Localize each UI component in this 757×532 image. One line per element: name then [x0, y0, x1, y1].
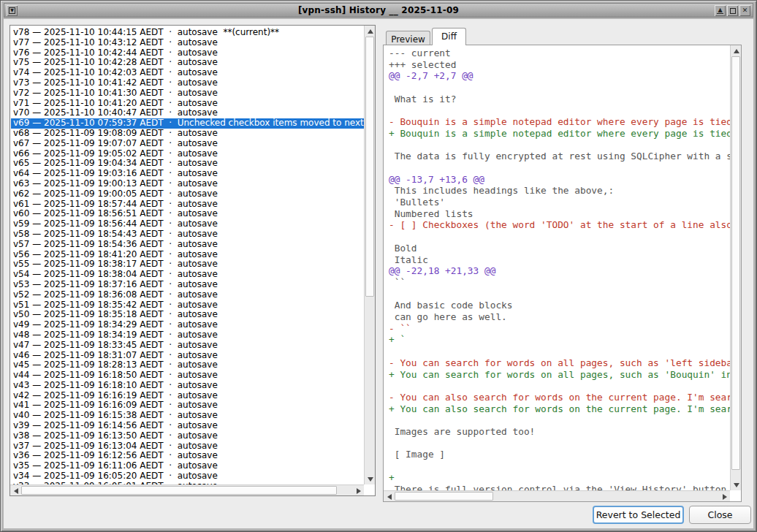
- history-row[interactable]: v74 — 2025-11-10 10:42:03 AEDT · autosav…: [11, 68, 364, 78]
- iconify-button[interactable]: ▲: [715, 5, 726, 16]
- hscroll-thumb[interactable]: [395, 492, 493, 501]
- history-row[interactable]: v69 — 2025-11-10 07:59:37 AEDT · Uncheck…: [11, 118, 364, 129]
- scroll-left-button[interactable]: [10, 485, 21, 496]
- close-dialog-button[interactable]: Close: [689, 506, 751, 524]
- hscroll-thumb[interactable]: [21, 486, 337, 495]
- history-row[interactable]: v73 — 2025-11-10 10:41:42 AEDT · autosav…: [11, 78, 364, 88]
- history-row[interactable]: v44 — 2025-11-09 16:18:50 AEDT · autosav…: [11, 370, 364, 381]
- diff-line: [389, 380, 730, 392]
- history-row[interactable]: v61 — 2025-11-09 18:57:44 AEDT · autosav…: [11, 200, 364, 210]
- history-row[interactable]: v53 — 2025-11-09 18:37:16 AEDT · autosav…: [11, 280, 364, 290]
- diff-line: +++ selected: [389, 59, 730, 71]
- history-row[interactable]: v63 — 2025-11-09 19:00:13 AEDT · autosav…: [11, 179, 364, 189]
- arrow-down-icon: [368, 477, 373, 482]
- history-listbox[interactable]: v78 — 2025-11-10 10:44:15 AEDT · autosav…: [9, 25, 376, 496]
- history-row[interactable]: v37 — 2025-11-09 16:13:04 AEDT · autosav…: [11, 441, 364, 452]
- titlebar[interactable]: ▼ [vpn-ssh] History __ 2025-11-09 ▲ ✕: [4, 3, 753, 18]
- diff-line: [389, 140, 730, 151]
- history-row[interactable]: v78 — 2025-11-10 10:44:15 AEDT · autosav…: [11, 28, 364, 38]
- history-row[interactable]: v50 — 2025-11-09 18:35:18 AEDT · autosav…: [11, 310, 364, 320]
- diff-line: The data is fully encrypted at rest usin…: [389, 151, 730, 162]
- diff-vscrollbar[interactable]: [730, 45, 741, 490]
- history-row[interactable]: v45 — 2025-11-09 18:28:13 AEDT · autosav…: [11, 360, 364, 370]
- diff-line: - [ ] Checkboxes (the word 'TODO' at the…: [389, 219, 730, 231]
- arrow-up-icon: [368, 29, 373, 34]
- history-row[interactable]: v60 — 2025-11-09 18:56:51 AEDT · autosav…: [11, 209, 364, 219]
- diff-line: [ Image ]: [389, 449, 730, 460]
- history-row[interactable]: v68 — 2025-11-09 19:08:09 AEDT · autosav…: [11, 129, 364, 139]
- history-list: v78 — 2025-11-10 10:44:15 AEDT · autosav…: [11, 26, 364, 484]
- diff-line: can go here as well.: [389, 311, 730, 323]
- history-row[interactable]: v51 — 2025-11-09 18:35:42 AEDT · autosav…: [11, 300, 364, 311]
- history-row[interactable]: v40 — 2025-11-09 16:15:38 AEDT · autosav…: [11, 411, 364, 421]
- history-row[interactable]: v56 — 2025-11-09 18:41:20 AEDT · autosav…: [11, 250, 364, 260]
- window-title: [vpn-ssh] History __ 2025-11-09: [4, 5, 753, 15]
- history-vscrollbar[interactable]: [364, 26, 375, 484]
- diff-pane: --- current+++ selected@@ -2,7 +2,7 @@ W…: [383, 45, 742, 502]
- arrow-right-icon: [357, 488, 361, 494]
- history-row[interactable]: v52 — 2025-11-09 18:36:08 AEDT · autosav…: [11, 290, 364, 300]
- history-row[interactable]: v62 — 2025-11-09 19:00:05 AEDT · autosav…: [11, 189, 364, 200]
- diff-line: [389, 438, 730, 449]
- close-window-button[interactable]: ✕: [739, 5, 750, 16]
- history-row[interactable]: v57 — 2025-11-09 18:54:36 AEDT · autosav…: [11, 240, 364, 250]
- diff-line: This includes headings like the above,:: [389, 185, 730, 197]
- diff-line: - You can also search for words on the c…: [389, 392, 730, 403]
- history-row[interactable]: v58 — 2025-11-09 18:54:43 AEDT · autosav…: [11, 229, 364, 240]
- vscroll-thumb[interactable]: [365, 37, 374, 297]
- scroll-left-button[interactable]: [384, 491, 395, 502]
- diff-line: [389, 82, 730, 94]
- history-row[interactable]: v55 — 2025-11-09 18:38:17 AEDT · autosav…: [11, 259, 364, 270]
- iconify-icon: ▲: [717, 7, 723, 14]
- scroll-right-button[interactable]: [719, 491, 730, 502]
- app-window: ▼ [vpn-ssh] History __ 2025-11-09 ▲ ✕ v7…: [0, 0, 757, 532]
- history-row[interactable]: v59 — 2025-11-09 18:56:44 AEDT · autosav…: [11, 219, 364, 229]
- history-row[interactable]: v35 — 2025-11-09 16:11:06 AEDT · autosav…: [11, 461, 364, 471]
- history-hscrollbar[interactable]: [10, 484, 364, 495]
- arrow-right-icon: [723, 494, 727, 500]
- maximize-button[interactable]: [727, 5, 738, 16]
- history-row[interactable]: v41 — 2025-11-09 16:16:09 AEDT · autosav…: [11, 400, 364, 411]
- history-row[interactable]: v46 — 2025-11-09 18:31:07 AEDT · autosav…: [11, 351, 364, 361]
- revert-to-selected-button[interactable]: Revert to Selected: [593, 506, 684, 524]
- history-row[interactable]: v47 — 2025-11-09 18:33:45 AEDT · autosav…: [11, 341, 364, 351]
- window-content: v78 — 2025-11-10 10:44:15 AEDT · autosav…: [4, 19, 753, 528]
- history-row[interactable]: v70 — 2025-11-10 10:40:47 AEDT · autosav…: [11, 108, 364, 118]
- window-menu-button[interactable]: ▼: [7, 5, 18, 16]
- diff-content[interactable]: --- current+++ selected@@ -2,7 +2,7 @@ W…: [384, 45, 730, 490]
- history-row[interactable]: v76 — 2025-11-10 10:42:44 AEDT · autosav…: [11, 48, 364, 58]
- diff-hscrollbar[interactable]: [384, 490, 730, 501]
- diff-line: + `: [389, 334, 730, 346]
- history-row[interactable]: v42 — 2025-11-09 16:16:19 AEDT · autosav…: [11, 391, 364, 401]
- history-row[interactable]: v64 — 2025-11-09 19:03:16 AEDT · autosav…: [11, 169, 364, 179]
- arrow-down-icon: [734, 483, 739, 487]
- diff-line: [389, 289, 730, 300]
- scroll-down-button[interactable]: [731, 479, 742, 490]
- tab-diff[interactable]: Diff: [432, 28, 466, 45]
- diff-line: ``: [389, 277, 730, 289]
- history-row[interactable]: v72 — 2025-11-10 10:41:30 AEDT · autosav…: [11, 88, 364, 99]
- vscroll-thumb[interactable]: [731, 56, 740, 470]
- tab-preview[interactable]: Preview: [386, 31, 430, 45]
- history-row[interactable]: v38 — 2025-11-09 16:13:50 AEDT · autosav…: [11, 431, 364, 441]
- history-row[interactable]: v66 — 2025-11-09 19:05:02 AEDT · autosav…: [11, 149, 364, 159]
- history-row[interactable]: v34 — 2025-11-09 16:05:20 AEDT · autosav…: [11, 471, 364, 482]
- diff-line: --- current: [389, 48, 730, 59]
- scroll-up-button[interactable]: [365, 26, 376, 37]
- close-icon: ✕: [742, 7, 748, 14]
- history-row[interactable]: v48 — 2025-11-09 18:34:19 AEDT · autosav…: [11, 330, 364, 341]
- history-row[interactable]: v43 — 2025-11-09 16:18:10 AEDT · autosav…: [11, 381, 364, 391]
- scroll-up-button[interactable]: [731, 45, 742, 56]
- history-row[interactable]: v67 — 2025-11-09 19:07:07 AEDT · autosav…: [11, 139, 364, 149]
- history-row[interactable]: v77 — 2025-11-10 10:43:12 AEDT · autosav…: [11, 38, 364, 48]
- arrow-left-icon: [14, 488, 18, 494]
- history-row[interactable]: v75 — 2025-11-10 10:42:28 AEDT · autosav…: [11, 58, 364, 68]
- history-row[interactable]: v54 — 2025-11-09 18:38:04 AEDT · autosav…: [11, 270, 364, 280]
- history-row[interactable]: v71 — 2025-11-10 10:41:20 AEDT · autosav…: [11, 99, 364, 109]
- scroll-right-button[interactable]: [353, 485, 364, 496]
- history-row[interactable]: v36 — 2025-11-09 16:12:56 AEDT · autosav…: [11, 451, 364, 461]
- history-row[interactable]: v49 — 2025-11-09 18:34:29 AEDT · autosav…: [11, 320, 364, 330]
- history-row[interactable]: v65 — 2025-11-09 19:04:34 AEDT · autosav…: [11, 159, 364, 169]
- scroll-down-button[interactable]: [365, 474, 376, 484]
- history-row[interactable]: v39 — 2025-11-09 16:14:56 AEDT · autosav…: [11, 421, 364, 431]
